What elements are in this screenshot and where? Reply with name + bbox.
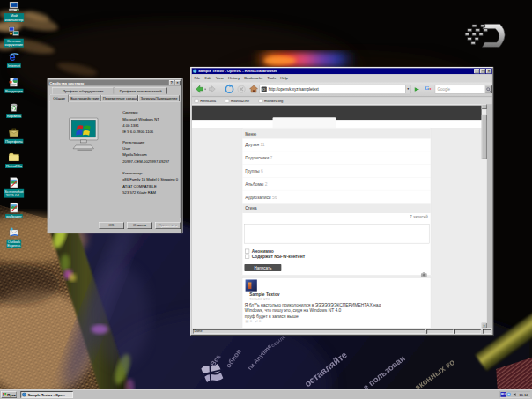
svg-text:e: e <box>10 51 16 63</box>
